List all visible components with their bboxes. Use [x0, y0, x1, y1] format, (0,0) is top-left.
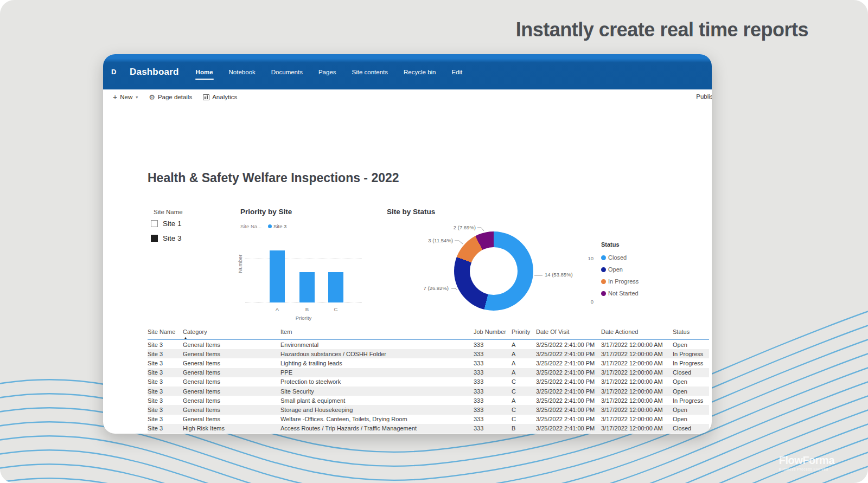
table-row[interactable]: Site 3 General Items Storage and Houseke…	[148, 405, 709, 414]
cell-status: Open	[673, 407, 709, 413]
cell-site-name: Site 3	[148, 360, 183, 366]
nav-item[interactable]: Notebook	[228, 66, 256, 79]
cell-status: Open	[673, 416, 709, 422]
slicer-option-site-3[interactable]: Site 3	[151, 234, 182, 242]
cell-item: Welfare -Offices. Canteen, Toilets, Dryi…	[280, 416, 474, 422]
bar-priority-b[interactable]	[299, 272, 315, 302]
cell-item: Environmental	[280, 342, 474, 348]
cell-category: General Items	[183, 388, 280, 395]
table-row[interactable]: Site 3 High Risk Items Excavation Works …	[148, 433, 709, 434]
brand-tagline: Business Process Evolved	[779, 467, 834, 471]
publish-button[interactable]: Publish	[696, 93, 712, 100]
table-row[interactable]: Site 3 High Risk Items Access Routes / T…	[148, 424, 709, 433]
cell-priority: B	[512, 425, 536, 432]
cell-category: General Items	[183, 342, 280, 348]
table-row[interactable]: Site 3 General Items Hazardous substance…	[148, 349, 709, 358]
legend-item[interactable]: Open	[601, 263, 639, 275]
cell-category: General Items	[183, 407, 280, 413]
cell-date-of-visit: 3/25/2022 2:41:00 PM	[536, 407, 601, 413]
cell-item: Access Routes / Trip Hazards / Traffic M…	[280, 425, 474, 432]
cell-item: Hazardous substances / COSHH Folder	[280, 351, 474, 357]
cell-status: Open	[673, 342, 709, 348]
column-header-item[interactable]: Item	[280, 329, 474, 335]
table-row[interactable]: Site 3 General Items Small plant & equip…	[148, 396, 709, 405]
marketing-slide: Instantly create real time reports FlowF…	[0, 0, 868, 483]
cell-status: In Progress	[673, 360, 709, 366]
legend-item-label: Open	[608, 266, 623, 273]
nav-item[interactable]: Site contents	[352, 66, 388, 79]
cell-priority: A	[512, 397, 536, 404]
cell-site-name: Site 3	[148, 397, 183, 404]
cell-category: General Items	[183, 397, 280, 404]
cell-date-actioned: 3/17/2022 12:00:00 AM	[601, 407, 673, 413]
table-row[interactable]: Site 3 General Items Welfare -Offices. C…	[148, 415, 709, 424]
cell-status: Closed	[673, 369, 709, 376]
column-header-date-actioned[interactable]: Date Actioned	[601, 329, 673, 335]
column-header-category[interactable]: Category ▲	[183, 329, 280, 335]
cell-job-number: 333	[474, 369, 512, 376]
analytics-icon	[203, 94, 209, 100]
site-logo[interactable]: D	[111, 68, 130, 76]
nav-item[interactable]: Edit	[451, 66, 463, 79]
cell-priority: C	[512, 378, 536, 385]
inspections-table: Site Name Category ▲ Item Job Number Pri…	[148, 324, 709, 434]
checkbox-icon[interactable]	[151, 220, 158, 227]
cell-site-name: Site 3	[148, 416, 183, 422]
cell-date-of-visit: 3/25/2022 2:41:00 PM	[536, 388, 601, 395]
cell-date-of-visit: 3/25/2022 2:41:00 PM	[536, 351, 601, 357]
column-header-status[interactable]: Status	[673, 329, 709, 335]
plus-icon: +	[113, 93, 117, 101]
nav-item[interactable]: Home	[195, 66, 214, 79]
cell-date-of-visit: 3/25/2022 2:41:00 PM	[536, 378, 601, 385]
table-body: Site 3 General Items Environmental 333 A…	[148, 340, 709, 434]
cell-job-number: 333	[474, 342, 512, 348]
column-header-label: Category	[183, 329, 207, 335]
table-row[interactable]: Site 3 General Items Protection to steel…	[148, 377, 709, 387]
cell-date-actioned: 3/17/2022 12:00:00 AM	[601, 342, 673, 348]
column-header-date-of-visit[interactable]: Date Of Visit	[536, 329, 601, 335]
command-bar: + New ▾ ⚙ Page details Analytics Publish	[103, 89, 712, 105]
table-row[interactable]: Site 3 General Items Site Security 333 C…	[148, 387, 709, 396]
donut-callout-in-progress: 3 (11.54%)	[428, 237, 453, 243]
x-axis-label: Priority	[245, 315, 362, 321]
table-row[interactable]: Site 3 General Items Lighting & trailing…	[148, 358, 709, 368]
column-header-job-number[interactable]: Job Number	[474, 329, 512, 335]
nav-item[interactable]: Pages	[318, 66, 337, 79]
table-row[interactable]: Site 3 General Items Environmental 333 A…	[148, 340, 709, 349]
legend-item[interactable]: In Progress	[601, 275, 639, 287]
bar-priority-a[interactable]	[270, 250, 285, 302]
cell-category: High Risk Items	[183, 425, 280, 432]
analytics-button[interactable]: Analytics	[197, 89, 242, 105]
cell-item: Lighting & trailing leads	[280, 360, 474, 366]
legend-item[interactable]: Not Started	[601, 287, 639, 299]
legend-item-label: In Progress	[608, 278, 639, 285]
donut-callout-lines	[429, 218, 570, 305]
cell-date-actioned: 3/17/2022 12:00:00 AM	[601, 369, 673, 376]
cell-priority: C	[512, 388, 536, 395]
nav-item[interactable]: Recycle bin	[403, 66, 436, 79]
table-row[interactable]: Site 3 General Items PPE 333 A 3/25/2022…	[148, 368, 709, 377]
y-axis-label: Number	[237, 248, 243, 280]
cell-date-of-visit: 3/25/2022 2:41:00 PM	[536, 416, 601, 422]
site-nav: Home Notebook Documents Pages Site conte…	[195, 66, 463, 79]
nav-item[interactable]: Documents	[271, 66, 303, 79]
page-details-button[interactable]: ⚙ Page details	[143, 89, 197, 105]
bar-priority-c[interactable]	[328, 272, 343, 302]
x-tick-c: C	[328, 306, 343, 312]
cell-priority: A	[512, 342, 536, 348]
report-canvas: Health & Safety Welfare Inspections - 20…	[103, 105, 712, 434]
new-button[interactable]: + New ▾	[107, 89, 143, 105]
checkbox-icon[interactable]	[151, 235, 158, 242]
donut-callout-closed: 14 (53.85%)	[545, 272, 573, 278]
legend-item[interactable]: Closed	[601, 252, 639, 263]
column-header-priority[interactable]: Priority	[512, 329, 536, 335]
cell-site-name: Site 3	[148, 342, 183, 348]
cell-date-actioned: 3/17/2022 12:00:00 AM	[601, 378, 673, 385]
slicer-option-site-1[interactable]: Site 1	[151, 220, 182, 228]
cell-job-number: 333	[474, 360, 512, 366]
cell-job-number: 333	[474, 351, 512, 357]
cell-job-number: 333	[474, 397, 512, 404]
cell-category: General Items	[183, 351, 280, 357]
column-header-site-name[interactable]: Site Name	[148, 329, 183, 335]
site-title[interactable]: Dashboard	[130, 67, 179, 78]
